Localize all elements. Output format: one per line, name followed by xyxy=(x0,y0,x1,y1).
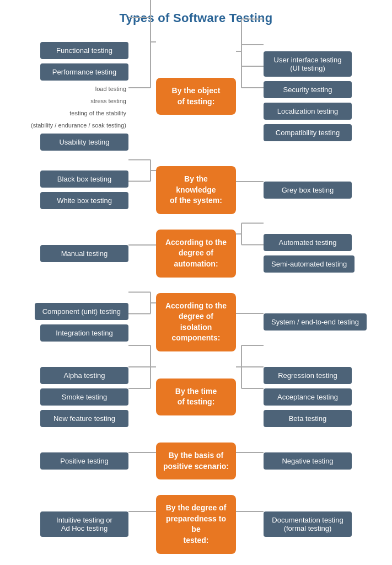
left-svg-1 xyxy=(128,170,156,209)
right-node-5-0: Negative testing xyxy=(264,452,352,470)
right-node-2-0: Automated testing xyxy=(264,234,352,251)
left-connector xyxy=(128,303,156,342)
right-node-0-3: Compatibility testing xyxy=(264,124,352,141)
right-nodes: Automated testingSemi-automated testing xyxy=(264,234,379,273)
right-node-4-1: Acceptance testing xyxy=(264,388,352,406)
left-nodes: Alpha testingSmoke testingNew feature te… xyxy=(13,367,128,427)
section-section3: Manual testingAccording to the degree of… xyxy=(6,230,386,278)
left-nodes: Positive testing xyxy=(13,452,128,470)
left-node-1-0: Black box testing xyxy=(40,170,128,188)
section-section4: Component (unit) testingIntegration test… xyxy=(6,293,386,351)
left-svg-4 xyxy=(128,367,156,427)
right-connector xyxy=(236,182,264,199)
right-svg-3 xyxy=(236,313,264,331)
diagram: Functional testingPerformance testingloa… xyxy=(6,42,386,554)
left-svg-5 xyxy=(128,452,156,470)
center-box-5: By the basis of positive scenario: xyxy=(156,443,236,479)
right-svg-4 xyxy=(236,367,264,427)
center-box-2: According to the degree of automation: xyxy=(156,230,236,278)
left-node-4-1: Smoke testing xyxy=(40,388,128,406)
left-node-0-2: load testing xyxy=(93,85,128,93)
left-connector xyxy=(128,245,156,262)
right-nodes: Grey box testing xyxy=(264,182,379,199)
left-svg-6 xyxy=(128,511,156,537)
right-node-4-0: Regression testing xyxy=(264,367,352,384)
left-node-0-4: testing of the stability xyxy=(67,109,128,117)
right-node-4-2: Beta testing xyxy=(264,410,352,427)
right-nodes: System / end-to-end testing xyxy=(264,313,379,331)
right-node-1-0: Grey box testing xyxy=(264,182,352,199)
left-connector xyxy=(128,170,156,209)
center-box-3: According to the degree of isolation com… xyxy=(156,293,236,351)
right-connector xyxy=(236,367,264,427)
center-box-1: By the knowledge of the system: xyxy=(156,166,236,214)
left-svg-3 xyxy=(128,303,156,342)
right-svg-5 xyxy=(236,452,264,470)
section-section5: Alpha testingSmoke testingNew feature te… xyxy=(6,367,386,427)
left-node-4-0: Alpha testing xyxy=(40,367,128,384)
left-svg-0 xyxy=(128,42,156,151)
right-connector xyxy=(236,452,264,470)
center-box-6: By the degree of preparedness to be test… xyxy=(156,495,236,553)
left-node-0-0: Functional testing xyxy=(40,42,128,59)
left-svg-2 xyxy=(128,245,156,262)
left-node-0-1: Performance testing xyxy=(40,63,128,81)
page-title: Types of Software Testing xyxy=(6,11,386,25)
left-connector xyxy=(128,452,156,470)
left-connector xyxy=(128,42,156,151)
left-node-3-0: Component (unit) testing xyxy=(35,303,128,320)
right-node-3-0: System / end-to-end testing xyxy=(264,313,367,331)
left-node-0-3: stress testing xyxy=(88,97,128,105)
center-box-0: By the object of testing: xyxy=(156,78,236,115)
section-section1: Functional testingPerformance testingloa… xyxy=(6,42,386,151)
left-connector xyxy=(128,367,156,427)
section-section2: Black box testingWhite box testingBy the… xyxy=(6,166,386,214)
left-node-0-5: (stability / endurance / soak testing) xyxy=(29,121,128,129)
section-section6: Positive testingBy the basis of positive… xyxy=(6,443,386,479)
right-connector xyxy=(236,234,264,273)
left-nodes: Black box testingWhite box testing xyxy=(13,170,128,209)
left-connector xyxy=(128,511,156,537)
right-node-2-1: Semi-automated testing xyxy=(264,255,355,273)
right-nodes: Negative testing xyxy=(264,452,379,470)
right-node-6-0: Documentation testing (formal testing) xyxy=(264,511,352,537)
left-node-1-1: White box testing xyxy=(40,192,128,209)
left-node-0-6: Usability testing xyxy=(40,134,128,151)
section-section7: Intuitive testing or Ad Hoc testingBy th… xyxy=(6,495,386,553)
right-nodes: Regression testingAcceptance testingBeta… xyxy=(264,367,379,427)
left-node-4-2: New feature testing xyxy=(40,410,128,427)
right-svg-2 xyxy=(236,234,264,273)
left-nodes: Manual testing xyxy=(13,245,128,262)
left-nodes: Functional testingPerformance testingloa… xyxy=(13,42,128,151)
left-nodes: Component (unit) testingIntegration test… xyxy=(13,303,128,342)
right-svg-6 xyxy=(236,511,264,537)
right-node-0-1: Security testing xyxy=(264,81,352,98)
left-nodes: Intuitive testing or Ad Hoc testing xyxy=(13,511,128,537)
right-connector xyxy=(236,511,264,537)
center-box-4: By the time of testing: xyxy=(156,379,236,415)
right-connector xyxy=(236,313,264,331)
right-svg-0 xyxy=(236,51,264,141)
left-node-3-1: Integration testing xyxy=(40,324,128,342)
right-nodes: Documentation testing (formal testing) xyxy=(264,511,379,537)
right-node-0-2: Localization testing xyxy=(264,103,352,120)
right-nodes: User interface testing (UI testing)Secur… xyxy=(264,51,379,141)
left-node-6-0: Intuitive testing or Ad Hoc testing xyxy=(40,511,128,537)
right-svg-1 xyxy=(236,182,264,199)
left-node-5-0: Positive testing xyxy=(40,452,128,470)
right-connector xyxy=(236,51,264,141)
right-node-0-0: User interface testing (UI testing) xyxy=(264,51,352,77)
left-node-2-0: Manual testing xyxy=(40,245,128,262)
